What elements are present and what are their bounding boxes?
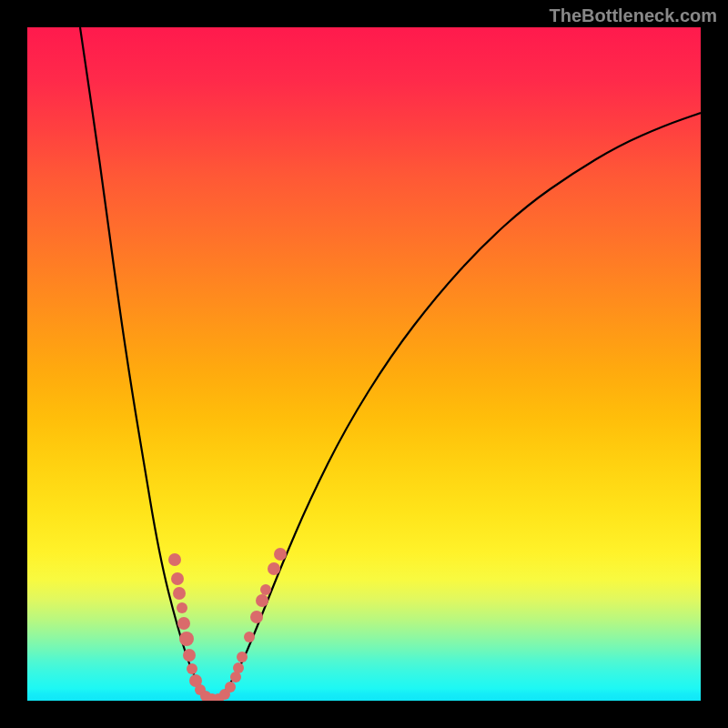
data-point <box>225 682 236 693</box>
chart-svg <box>27 27 701 701</box>
data-point <box>187 663 197 674</box>
data-point <box>177 617 190 630</box>
chart-plot-area <box>27 27 701 701</box>
data-point <box>237 652 248 662</box>
data-point <box>274 548 287 561</box>
data-point <box>260 584 271 595</box>
curve-left-branch <box>80 27 215 700</box>
curve-right-branch <box>215 113 701 700</box>
data-point <box>168 553 181 566</box>
data-point <box>173 587 186 600</box>
data-point <box>244 632 255 642</box>
chart-data-points <box>168 548 287 701</box>
data-point <box>256 594 268 607</box>
data-point <box>233 662 244 673</box>
watermark-text: TheBottleneck.com <box>550 5 717 26</box>
data-point <box>179 632 194 646</box>
data-point <box>250 611 263 623</box>
data-point <box>268 562 280 575</box>
data-point <box>171 572 184 585</box>
data-point <box>177 602 187 613</box>
data-point <box>183 649 196 662</box>
